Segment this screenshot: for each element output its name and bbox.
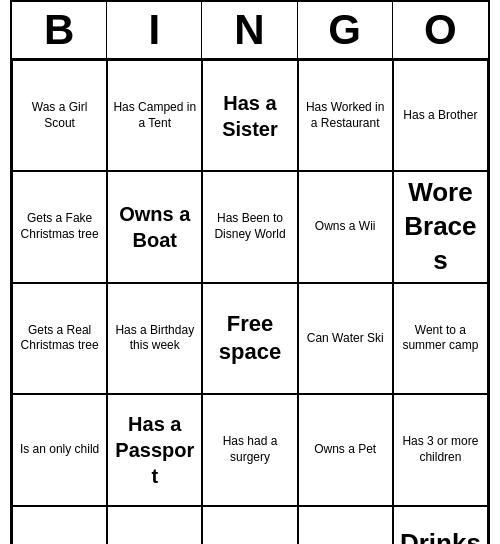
- bingo-cell: Owns a Wii: [298, 171, 393, 282]
- bingo-cell: Has a Brother: [393, 60, 488, 171]
- bingo-cell: Has had a surgery: [202, 394, 297, 505]
- header-letter: N: [202, 2, 297, 58]
- bingo-cell: Wore Braces: [393, 171, 488, 282]
- bingo-cell: Gets a Fake Christmas tree: [12, 171, 107, 282]
- bingo-cell: Has 3 or more children: [393, 394, 488, 505]
- bingo-cell: Likes Milk Chocolate: [202, 506, 297, 544]
- bingo-card: BINGO Was a Girl ScoutHas Camped in a Te…: [10, 0, 490, 544]
- bingo-cell: Can Water Ski: [298, 283, 393, 394]
- bingo-cell: Owns a Pet: [298, 394, 393, 505]
- bingo-cell: Knits or Crochets: [298, 506, 393, 544]
- bingo-cell: Free space: [202, 283, 297, 394]
- bingo-cell: Went to a summer camp: [393, 283, 488, 394]
- bingo-grid: Was a Girl ScoutHas Camped in a TentHas …: [12, 60, 488, 544]
- bingo-header: BINGO: [12, 2, 488, 60]
- bingo-cell: Has Been to Disney World: [202, 171, 297, 282]
- bingo-cell: Likes Dark Chocolate best: [12, 506, 107, 544]
- bingo-cell: Has a Birthday this week: [107, 283, 202, 394]
- header-letter: O: [393, 2, 488, 58]
- bingo-cell: Is an only child: [12, 394, 107, 505]
- header-letter: I: [107, 2, 202, 58]
- header-letter: B: [12, 2, 107, 58]
- bingo-cell: Gets a Real Christmas tree: [12, 283, 107, 394]
- bingo-cell: Has Worked in a Restaurant: [298, 60, 393, 171]
- bingo-cell: Has Camped in a Tent: [107, 60, 202, 171]
- bingo-cell: Was a Girl Scout: [12, 60, 107, 171]
- bingo-cell: Drinks Coffee: [393, 506, 488, 544]
- bingo-cell: Has a Passport: [107, 394, 202, 505]
- bingo-cell: Has a Sister: [202, 60, 297, 171]
- bingo-cell: Has been snorkeling: [107, 506, 202, 544]
- bingo-cell: Owns a Boat: [107, 171, 202, 282]
- header-letter: G: [298, 2, 393, 58]
